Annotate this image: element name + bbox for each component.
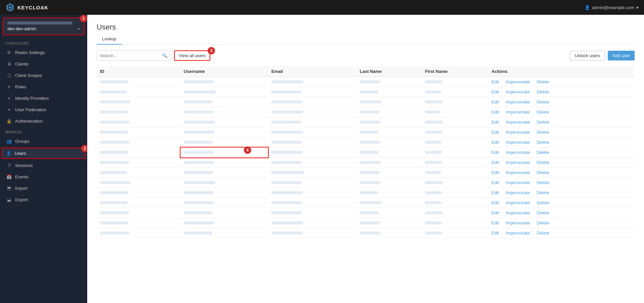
sidebar-item-sessions[interactable]: ⏱ Sessions [0,160,87,171]
cell-id[interactable] [97,147,180,158]
cell-username[interactable] [180,218,268,228]
edit-action[interactable]: Edit [491,190,499,195]
realm-selector[interactable]: dev-dev-admin ▾ 1 [3,17,85,35]
impersonate-action[interactable]: Impersonate [506,230,530,235]
delete-action[interactable]: Delete [537,140,549,145]
cell-username[interactable] [180,228,268,238]
sidebar-item-groups[interactable]: 👥 Groups [0,135,87,147]
edit-action[interactable]: Edit [491,110,499,115]
cell-username[interactable] [180,137,268,147]
delete-action[interactable]: Delete [537,130,549,135]
sidebar-item-roles[interactable]: ≡ Roles [0,81,87,92]
edit-action[interactable]: Edit [491,160,499,165]
unlock-users-btn[interactable]: Unlock users [570,51,605,60]
user-menu[interactable]: 👤 admin@example.com ▾ [585,5,639,10]
impersonate-action[interactable]: Impersonate [506,180,530,185]
cell-id[interactable] [97,178,180,188]
sidebar-item-identity-providers[interactable]: ≡ Identity Providers [0,92,87,104]
delete-action[interactable]: Delete [537,79,549,84]
view-all-users-btn[interactable]: View all users [174,50,210,61]
add-user-btn[interactable]: Add user [608,51,635,60]
cell-username[interactable] [180,117,268,127]
delete-action[interactable]: Delete [537,220,549,225]
cell-id[interactable] [97,107,180,117]
cell-username[interactable]: 4 [180,147,268,158]
delete-action[interactable]: Delete [537,210,549,215]
edit-action[interactable]: Edit [491,170,499,175]
sidebar-item-client-scopes[interactable]: ⬡ Client Scopes [0,70,87,81]
cell-id[interactable] [97,97,180,107]
cell-id[interactable] [97,168,180,178]
cell-username[interactable] [180,127,268,137]
cell-id[interactable] [97,77,180,87]
cell-username[interactable] [180,158,268,168]
impersonate-action[interactable]: Impersonate [506,160,530,165]
edit-action[interactable]: Edit [491,120,499,125]
edit-action[interactable]: Edit [491,210,499,215]
cell-id[interactable] [97,188,180,198]
sidebar-item-user-federation[interactable]: ≡ User Federation [0,104,87,115]
cell-username[interactable] [180,77,268,87]
cell-id[interactable] [97,198,180,208]
edit-action[interactable]: Edit [491,150,499,155]
impersonate-action[interactable]: Impersonate [506,220,530,225]
cell-username[interactable] [180,198,268,208]
delete-action[interactable]: Delete [537,180,549,185]
edit-action[interactable]: Edit [491,89,499,94]
sidebar-item-export[interactable]: ⬓ Export [0,194,87,205]
edit-action[interactable]: Edit [491,180,499,185]
cell-username[interactable] [180,87,268,97]
cell-username[interactable] [180,107,268,117]
cell-id[interactable] [97,87,180,97]
impersonate-action[interactable]: Impersonate [506,89,530,94]
cell-id[interactable] [97,127,180,137]
edit-action[interactable]: Edit [491,230,499,235]
cell-id[interactable] [97,208,180,218]
impersonate-action[interactable]: Impersonate [506,150,530,155]
impersonate-action[interactable]: Impersonate [506,110,530,115]
cell-id[interactable] [97,117,180,127]
delete-action[interactable]: Delete [537,89,549,94]
edit-action[interactable]: Edit [491,140,499,145]
sidebar-item-events[interactable]: 📅 Events [0,171,87,182]
impersonate-action[interactable]: Impersonate [506,79,530,84]
cell-username[interactable] [180,188,268,198]
sidebar-item-realm-settings[interactable]: ⚙ Realm Settings [0,47,87,58]
impersonate-action[interactable]: Impersonate [506,140,530,145]
cell-username[interactable] [180,168,268,178]
delete-action[interactable]: Delete [537,170,549,175]
edit-action[interactable]: Edit [491,130,499,135]
impersonate-action[interactable]: Impersonate [506,120,530,125]
cell-id[interactable] [97,158,180,168]
impersonate-action[interactable]: Impersonate [506,190,530,195]
impersonate-action[interactable]: Impersonate [506,99,530,104]
delete-action[interactable]: Delete [537,160,549,165]
delete-action[interactable]: Delete [537,120,549,125]
cell-id[interactable] [97,218,180,228]
impersonate-action[interactable]: Impersonate [506,200,530,205]
cell-username[interactable] [180,178,268,188]
sidebar-item-clients[interactable]: 🖥 Clients [0,58,87,70]
delete-action[interactable]: Delete [537,200,549,205]
delete-action[interactable]: Delete [537,99,549,104]
search-button[interactable]: 🔍 [161,53,168,58]
sidebar-item-users[interactable]: 👤 Users 2 [1,147,86,159]
edit-action[interactable]: Edit [491,200,499,205]
cell-username[interactable] [180,97,268,107]
cell-username[interactable] [180,208,268,218]
cell-id[interactable] [97,228,180,238]
edit-action[interactable]: Edit [491,99,499,104]
delete-action[interactable]: Delete [537,190,549,195]
delete-action[interactable]: Delete [537,230,549,235]
sidebar-item-authentication[interactable]: 🔒 Authentication [0,115,87,127]
delete-action[interactable]: Delete [537,150,549,155]
impersonate-action[interactable]: Impersonate [506,170,530,175]
delete-action[interactable]: Delete [537,110,549,115]
tab-lookup[interactable]: Lookup [97,34,122,45]
cell-id[interactable] [97,137,180,147]
impersonate-action[interactable]: Impersonate [506,210,530,215]
edit-action[interactable]: Edit [491,79,499,84]
impersonate-action[interactable]: Impersonate [506,130,530,135]
search-input[interactable] [100,53,160,58]
edit-action[interactable]: Edit [491,220,499,225]
